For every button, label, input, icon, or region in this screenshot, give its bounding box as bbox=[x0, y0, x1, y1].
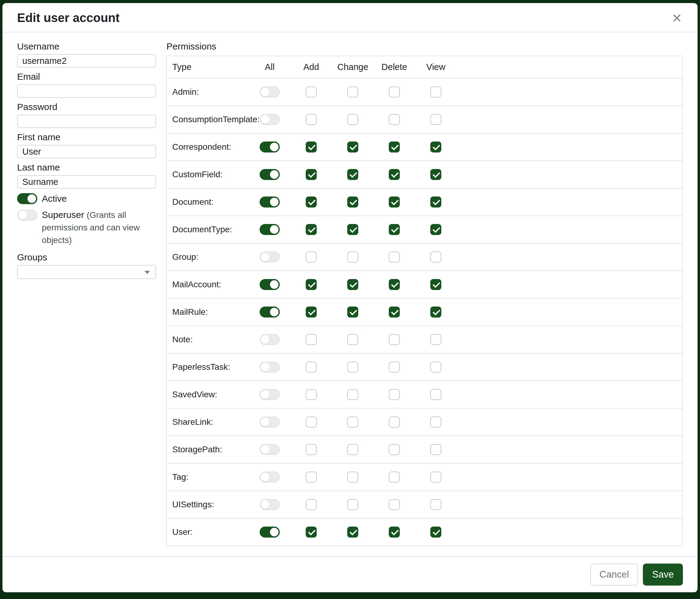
permission-delete-checkbox[interactable] bbox=[389, 527, 400, 537]
permission-change-checkbox[interactable] bbox=[347, 472, 358, 483]
permission-all-toggle[interactable] bbox=[259, 87, 280, 97]
permission-all-toggle[interactable] bbox=[259, 499, 280, 510]
permission-add-checkbox[interactable] bbox=[306, 389, 317, 400]
permission-delete-checkbox[interactable] bbox=[389, 196, 400, 208]
permission-change-checkbox[interactable] bbox=[347, 362, 358, 373]
permission-change-checkbox[interactable] bbox=[347, 251, 358, 263]
permission-add-checkbox[interactable] bbox=[306, 472, 317, 483]
permission-delete-checkbox[interactable] bbox=[389, 499, 400, 510]
permission-view-checkbox[interactable] bbox=[430, 334, 441, 345]
permission-view-checkbox[interactable] bbox=[430, 389, 441, 400]
permission-view-checkbox[interactable] bbox=[430, 169, 441, 180]
permission-add-checkbox[interactable] bbox=[306, 334, 317, 345]
permission-all-toggle[interactable] bbox=[259, 389, 280, 400]
permission-add-checkbox[interactable] bbox=[306, 279, 317, 290]
permission-change-checkbox[interactable] bbox=[347, 499, 358, 510]
superuser-toggle[interactable] bbox=[17, 210, 37, 221]
permission-view-checkbox[interactable] bbox=[430, 527, 441, 537]
permission-delete-checkbox[interactable] bbox=[389, 142, 400, 152]
permission-all-toggle[interactable] bbox=[259, 251, 280, 263]
permission-view-checkbox[interactable] bbox=[430, 472, 441, 483]
permission-change-checkbox[interactable] bbox=[347, 279, 358, 290]
permission-all-toggle[interactable] bbox=[259, 142, 280, 152]
permission-all-toggle[interactable] bbox=[259, 169, 280, 180]
permission-all-toggle[interactable] bbox=[259, 527, 280, 537]
permission-all-toggle[interactable] bbox=[259, 444, 280, 455]
permission-change-checkbox[interactable] bbox=[347, 444, 358, 455]
permission-add-checkbox[interactable] bbox=[306, 196, 317, 208]
permission-all-toggle[interactable] bbox=[259, 472, 280, 483]
permission-row: CustomField: bbox=[167, 161, 682, 188]
permission-delete-checkbox[interactable] bbox=[389, 87, 400, 97]
permission-delete-checkbox[interactable] bbox=[389, 416, 400, 428]
permission-change-checkbox[interactable] bbox=[347, 527, 358, 537]
permission-view-checkbox[interactable] bbox=[430, 307, 441, 317]
permission-delete-checkbox[interactable] bbox=[389, 362, 400, 373]
permission-add-checkbox[interactable] bbox=[306, 444, 317, 455]
save-button[interactable]: Save bbox=[643, 564, 683, 585]
permission-change-checkbox[interactable] bbox=[347, 169, 358, 180]
permission-view-checkbox[interactable] bbox=[430, 87, 441, 97]
permission-view-checkbox[interactable] bbox=[430, 114, 441, 125]
toggle-knob bbox=[270, 170, 278, 179]
permission-all-toggle[interactable] bbox=[259, 416, 280, 428]
permission-all-toggle[interactable] bbox=[259, 279, 280, 290]
permission-all-toggle[interactable] bbox=[259, 196, 280, 208]
close-icon[interactable]: × bbox=[671, 10, 683, 25]
permission-view-checkbox[interactable] bbox=[430, 279, 441, 290]
username-input[interactable] bbox=[17, 54, 156, 68]
permission-all-toggle[interactable] bbox=[259, 362, 280, 373]
permission-delete-checkbox[interactable] bbox=[389, 279, 400, 290]
permission-add-checkbox[interactable] bbox=[306, 416, 317, 428]
permission-add-checkbox[interactable] bbox=[306, 499, 317, 510]
permission-view-checkbox[interactable] bbox=[430, 499, 441, 510]
permission-delete-checkbox[interactable] bbox=[389, 389, 400, 400]
permission-change-checkbox[interactable] bbox=[347, 196, 358, 208]
permission-change-checkbox[interactable] bbox=[347, 307, 358, 317]
permission-add-checkbox[interactable] bbox=[306, 307, 317, 317]
permission-delete-checkbox[interactable] bbox=[389, 114, 400, 125]
permission-delete-checkbox[interactable] bbox=[389, 307, 400, 317]
permission-delete-checkbox[interactable] bbox=[389, 472, 400, 483]
permission-add-checkbox[interactable] bbox=[306, 224, 317, 235]
permission-add-checkbox[interactable] bbox=[306, 527, 317, 537]
permission-add-checkbox[interactable] bbox=[306, 142, 317, 152]
permission-change-checkbox[interactable] bbox=[347, 224, 358, 235]
permission-delete-checkbox[interactable] bbox=[389, 224, 400, 235]
permission-change-checkbox[interactable] bbox=[347, 87, 358, 97]
permission-view-checkbox[interactable] bbox=[430, 416, 441, 428]
permission-change-checkbox[interactable] bbox=[347, 334, 358, 345]
permission-change-checkbox[interactable] bbox=[347, 389, 358, 400]
cancel-button[interactable]: Cancel bbox=[590, 564, 638, 585]
chevron-down-icon bbox=[145, 271, 150, 274]
email-input[interactable] bbox=[17, 85, 156, 98]
permission-add-checkbox[interactable] bbox=[306, 251, 317, 263]
permission-change-checkbox[interactable] bbox=[347, 142, 358, 152]
permission-delete-checkbox[interactable] bbox=[389, 251, 400, 263]
permission-delete-checkbox[interactable] bbox=[389, 334, 400, 345]
permission-all-toggle[interactable] bbox=[259, 224, 280, 235]
permission-all-toggle[interactable] bbox=[259, 114, 280, 125]
permission-view-checkbox[interactable] bbox=[430, 224, 441, 235]
permission-add-checkbox[interactable] bbox=[306, 114, 317, 125]
permission-delete-checkbox[interactable] bbox=[389, 444, 400, 455]
last-name-input[interactable] bbox=[17, 175, 156, 189]
permission-add-checkbox[interactable] bbox=[306, 87, 317, 97]
active-toggle[interactable] bbox=[17, 193, 37, 204]
permission-delete-checkbox[interactable] bbox=[389, 169, 400, 180]
permission-view-checkbox[interactable] bbox=[430, 142, 441, 152]
groups-select[interactable] bbox=[17, 265, 156, 279]
permission-change-checkbox[interactable] bbox=[347, 416, 358, 428]
column-header-type: Type bbox=[167, 56, 249, 78]
first-name-input[interactable] bbox=[17, 145, 156, 158]
permission-all-toggle[interactable] bbox=[259, 334, 280, 345]
password-input[interactable] bbox=[17, 115, 156, 128]
permission-view-checkbox[interactable] bbox=[430, 196, 441, 208]
permission-view-checkbox[interactable] bbox=[430, 444, 441, 455]
permission-view-checkbox[interactable] bbox=[430, 251, 441, 263]
permission-add-checkbox[interactable] bbox=[306, 169, 317, 180]
permission-add-checkbox[interactable] bbox=[306, 362, 317, 373]
permission-view-checkbox[interactable] bbox=[430, 362, 441, 373]
permission-all-toggle[interactable] bbox=[259, 307, 280, 317]
permission-change-checkbox[interactable] bbox=[347, 114, 358, 125]
